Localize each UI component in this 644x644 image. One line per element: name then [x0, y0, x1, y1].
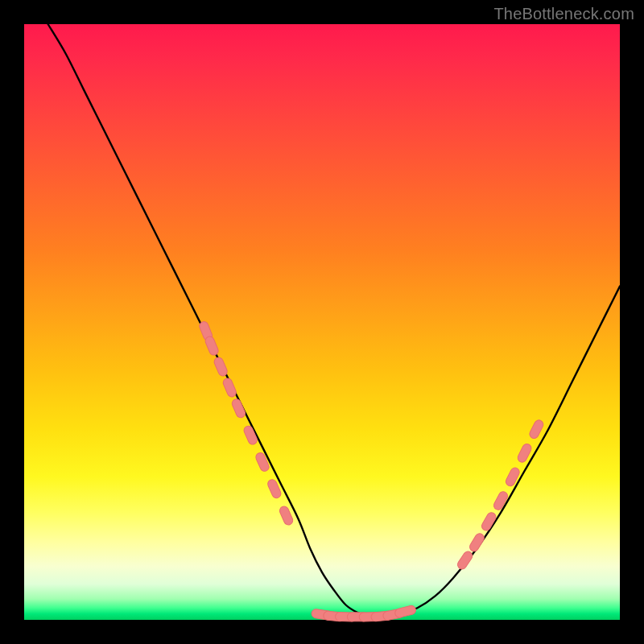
curve-marker [468, 532, 485, 553]
curve-marker [394, 605, 417, 618]
watermark-text: TheBottleneck.com [493, 5, 634, 23]
curve-marker [528, 419, 545, 440]
curve-marker [204, 335, 219, 356]
curve-marker [254, 452, 270, 473]
curve-marker [222, 377, 238, 398]
plot-area [24, 24, 620, 620]
optimal-band-markers [198, 320, 545, 621]
bottleneck-curve [48, 24, 620, 617]
curve-marker [213, 356, 229, 377]
curve-marker [505, 466, 522, 487]
chart-stage: TheBottleneck.com [0, 0, 644, 644]
curve-marker [279, 505, 295, 526]
curve-marker [456, 550, 473, 571]
curve-layer [24, 24, 620, 620]
